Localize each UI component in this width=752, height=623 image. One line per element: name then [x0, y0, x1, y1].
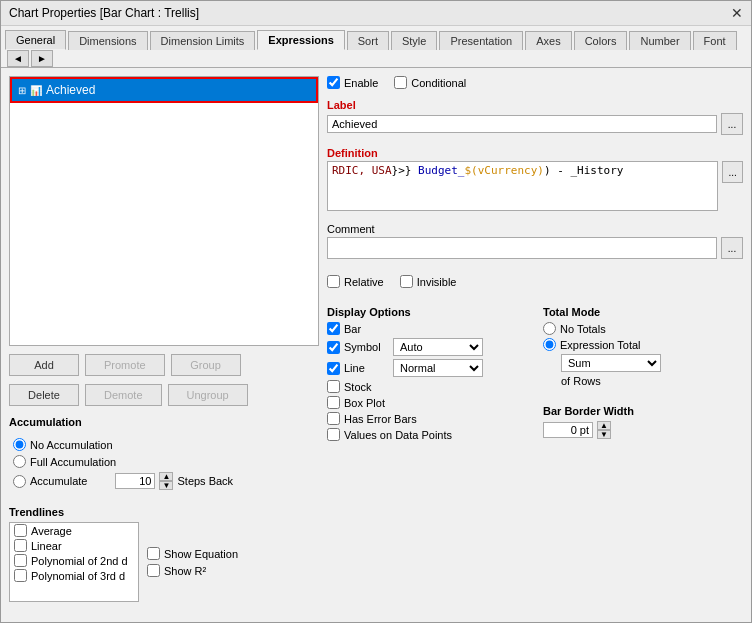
bar-border-up-button[interactable]: ▲ — [597, 421, 611, 430]
enable-checkbox[interactable] — [327, 76, 340, 89]
bar-checkbox[interactable] — [327, 322, 340, 335]
display-options-title: Display Options — [327, 306, 531, 318]
enable-check-label[interactable]: Enable — [327, 76, 378, 89]
expand-icon[interactable]: ⊞ — [18, 85, 26, 96]
trend-linear[interactable]: Linear — [10, 538, 138, 553]
comment-btn[interactable]: ... — [721, 237, 743, 259]
expression-list: ⊞ 📊 Achieved — [9, 76, 319, 346]
tab-nav-right[interactable]: ► — [31, 50, 53, 67]
invisible-check[interactable]: Invisible — [400, 275, 457, 288]
bar-check-label[interactable]: Bar — [327, 322, 387, 335]
tab-axes[interactable]: Axes — [525, 31, 571, 50]
line-check-label[interactable]: Line — [327, 362, 387, 375]
definition-title: Definition — [327, 147, 743, 159]
steps-down-button[interactable]: ▼ — [159, 481, 173, 490]
relative-invisible-row: Relative Invisible — [327, 275, 743, 288]
tab-nav-left[interactable]: ◄ — [7, 50, 29, 67]
total-select[interactable]: Sum Average Min Max — [561, 354, 661, 372]
tab-bar: General Dimensions Dimension Limits Expr… — [1, 26, 751, 68]
box-plot-check-label[interactable]: Box Plot — [327, 396, 387, 409]
bar-border-down-button[interactable]: ▼ — [597, 430, 611, 439]
promote-button[interactable]: Promote — [85, 354, 165, 376]
delete-button[interactable]: Delete — [9, 384, 79, 406]
box-plot-checkbox[interactable] — [327, 396, 340, 409]
definition-row: RDIC, USA}>} Budget_$(vCurrency)) - _His… — [327, 161, 743, 211]
tab-expressions[interactable]: Expressions — [257, 30, 344, 50]
group-button[interactable]: Group — [171, 354, 241, 376]
tab-number[interactable]: Number — [629, 31, 690, 50]
stepper-buttons: ▲ ▼ — [159, 472, 173, 490]
display-options: Display Options Bar Symbol Au — [327, 302, 531, 444]
steps-up-button[interactable]: ▲ — [159, 472, 173, 481]
radio-no-accumulation[interactable]: No Accumulation — [13, 438, 319, 451]
tab-general[interactable]: General — [5, 30, 66, 50]
values-on-data-check-label[interactable]: Values on Data Points — [327, 428, 452, 441]
values-on-data-checkbox[interactable] — [327, 428, 340, 441]
symbol-checkbox[interactable] — [327, 341, 340, 354]
total-mode-panel: Total Mode No Totals Expression Total Su… — [543, 302, 743, 444]
trend-poly2[interactable]: Polynomial of 2nd d — [10, 553, 138, 568]
symbol-check-label[interactable]: Symbol — [327, 341, 387, 354]
radio-accumulate[interactable]: Accumulate ▲ ▼ Steps Back — [13, 472, 319, 490]
steps-label: Steps Back — [177, 475, 233, 487]
line-checkbox[interactable] — [327, 362, 340, 375]
demote-button[interactable]: Demote — [85, 384, 162, 406]
btn-row-2: Delete Demote Ungroup — [9, 384, 319, 406]
definition-section: Definition RDIC, USA}>} Budget_$(vCurren… — [327, 147, 743, 211]
expression-total-radio[interactable]: Expression Total — [543, 338, 743, 351]
trend-average[interactable]: Average — [10, 523, 138, 538]
trendlines-options: Show Equation Show R² — [147, 522, 238, 602]
tab-colors[interactable]: Colors — [574, 31, 628, 50]
tab-dimension-limits[interactable]: Dimension Limits — [150, 31, 256, 50]
right-panel: Enable Conditional Label ... Definition — [327, 76, 743, 614]
definition-box[interactable]: RDIC, USA}>} Budget_$(vCurrency)) - _His… — [327, 161, 718, 211]
expression-item-achieved[interactable]: ⊞ 📊 Achieved — [10, 77, 318, 103]
line-select[interactable]: Normal Dashed Dotted — [393, 359, 483, 377]
stock-checkbox[interactable] — [327, 380, 340, 393]
accumulation-title: Accumulation — [9, 416, 319, 428]
bar-border-title: Bar Border Width — [543, 405, 743, 417]
show-equation-check[interactable]: Show Equation — [147, 547, 238, 560]
definition-text: RDIC, USA}>} Budget_$(vCurrency)) - _His… — [332, 164, 623, 177]
relative-check[interactable]: Relative — [327, 275, 384, 288]
show-r2-check[interactable]: Show R² — [147, 564, 238, 577]
tab-dimensions[interactable]: Dimensions — [68, 31, 147, 50]
add-button[interactable]: Add — [9, 354, 79, 376]
total-mode-title: Total Mode — [543, 306, 743, 318]
window-title: Chart Properties [Bar Chart : Trellis] — [9, 6, 199, 20]
close-button[interactable]: ✕ — [731, 5, 743, 21]
trend-poly3[interactable]: Polynomial of 3rd d — [10, 568, 138, 583]
btn-row-1: Add Promote Group — [9, 354, 319, 376]
bar-border-input[interactable] — [543, 422, 593, 438]
conditional-checkbox[interactable] — [394, 76, 407, 89]
tab-style[interactable]: Style — [391, 31, 437, 50]
error-bars-checkbox[interactable] — [327, 412, 340, 425]
values-on-data-row: Values on Data Points — [327, 428, 531, 441]
display-total-row: Display Options Bar Symbol Au — [327, 302, 743, 444]
tab-presentation[interactable]: Presentation — [439, 31, 523, 50]
stock-check-label[interactable]: Stock — [327, 380, 387, 393]
no-totals-radio[interactable]: No Totals — [543, 322, 743, 335]
left-panel: ⊞ 📊 Achieved Add Promote Group Delete De… — [9, 76, 319, 614]
tab-font[interactable]: Font — [693, 31, 737, 50]
total-mode: Total Mode No Totals Expression Total Su… — [543, 302, 743, 387]
tab-content: ⊞ 📊 Achieved Add Promote Group Delete De… — [1, 68, 751, 622]
conditional-check-label[interactable]: Conditional — [394, 76, 466, 89]
definition-btn[interactable]: ... — [722, 161, 743, 183]
error-bars-check-label[interactable]: Has Error Bars — [327, 412, 417, 425]
label-btn[interactable]: ... — [721, 113, 743, 135]
stock-row: Stock — [327, 380, 531, 393]
expression-label: Achieved — [46, 83, 95, 97]
label-input[interactable] — [327, 115, 717, 133]
symbol-select[interactable]: Auto Circle Square Triangle — [393, 338, 483, 356]
box-plot-row: Box Plot — [327, 396, 531, 409]
ungroup-button[interactable]: Ungroup — [168, 384, 248, 406]
trendlines-inner: Average Linear Polynomial of 2nd d — [9, 522, 319, 602]
trendlines-list: Average Linear Polynomial of 2nd d — [9, 522, 139, 602]
steps-input[interactable] — [115, 473, 155, 489]
radio-full-accumulation[interactable]: Full Accumulation — [13, 455, 319, 468]
tab-sort[interactable]: Sort — [347, 31, 389, 50]
bar-border-stepper: ▲ ▼ — [597, 421, 611, 439]
comment-input[interactable] — [327, 237, 717, 259]
comment-row: ... — [327, 237, 743, 259]
